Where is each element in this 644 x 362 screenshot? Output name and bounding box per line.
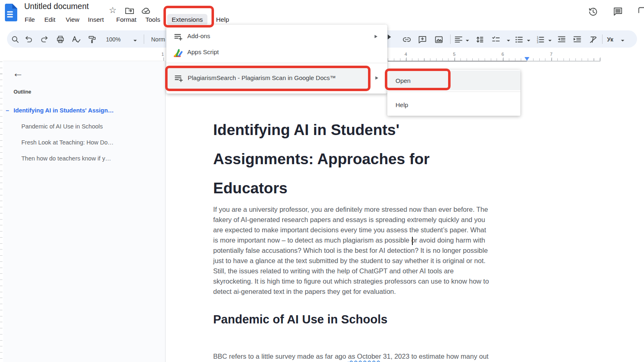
menu-edit[interactable]: Edit (44, 14, 56, 25)
page-left-edge (165, 61, 166, 362)
checklist-icon[interactable] (491, 34, 501, 44)
zoom-level[interactable]: 100% (106, 36, 121, 43)
menu-file[interactable]: File (24, 14, 36, 25)
input-tools-dropdown-icon[interactable] (621, 40, 624, 41)
playlist-add-icon (174, 73, 184, 83)
spellcheck-icon[interactable] (71, 34, 81, 44)
redo-icon[interactable] (39, 34, 49, 44)
playlist-add-icon (173, 32, 183, 42)
doc-heading-1: Identifying AI in Students' Assignments:… (213, 115, 538, 203)
outline-item-3[interactable]: Fresh Look at Teaching: How Do… (21, 139, 114, 146)
add-comment-icon[interactable] (417, 34, 427, 44)
vertical-ruler (0, 62, 2, 362)
menu-item-label: Apps Script (187, 48, 219, 55)
insert-link-icon[interactable] (402, 34, 412, 44)
outline-item-2[interactable]: Pandemic of AI Use in Schools (21, 123, 103, 130)
line-spacing-icon[interactable] (474, 34, 484, 44)
ruler-baseline-margin (527, 61, 600, 62)
print-icon[interactable] (55, 34, 65, 44)
align-left-icon[interactable] (453, 34, 463, 44)
paragraph-style-value[interactable]: Norm (151, 36, 165, 43)
apps-script-icon (173, 48, 184, 58)
outline-item-1[interactable]: Identifying AI in Students' Assign… (14, 107, 114, 114)
paint-format-icon[interactable] (87, 34, 97, 44)
cloud-status-icon[interactable] (141, 7, 152, 14)
ruler-label: 5 (453, 52, 455, 57)
outline-sidebar (3, 61, 165, 362)
menu-insert[interactable]: Insert (87, 14, 105, 25)
menu-item-label: Open (396, 77, 411, 84)
submenu-item-help[interactable]: Help (387, 95, 520, 115)
menu-item-apps-script[interactable]: Apps Script (166, 45, 387, 61)
numbered-list-dropdown-icon[interactable] (548, 40, 552, 41)
bulleted-list-dropdown-icon[interactable] (527, 40, 530, 41)
ruler-label: 7 (550, 52, 552, 57)
move-folder-icon[interactable] (125, 7, 134, 15)
ruler-label: 4 (405, 52, 407, 57)
last-line-text: BBC refers to a little survey made as fa… (213, 353, 348, 360)
menu-item-add-ons[interactable]: Add-ons (166, 29, 387, 45)
insert-image-icon[interactable] (434, 34, 444, 44)
outline-active-marker: – (6, 107, 9, 114)
menu-separator (387, 92, 520, 92)
google-docs-logo-icon[interactable] (4, 3, 18, 22)
search-icon[interactable] (10, 34, 20, 44)
plagiarismsearch-submenu: Open Help (387, 70, 520, 116)
numbered-list-icon[interactable]: 123 (535, 34, 545, 44)
decrease-indent-icon[interactable] (557, 34, 566, 44)
menu-item-plagiarismsearch[interactable]: PlagiarismSearch - Plagiarism Scan in Go… (167, 68, 371, 89)
doc-last-line: BBC refers to a little survey made as fa… (213, 353, 488, 360)
bulleted-list-icon[interactable] (514, 34, 524, 44)
ruler-label: 6 (501, 52, 504, 57)
menu-extensions[interactable]: Extensions (167, 14, 207, 25)
undo-icon[interactable] (24, 34, 34, 44)
clear-formatting-icon[interactable] (588, 34, 598, 44)
extensions-dropdown-menu: Add-ons Apps Script PlagiarismSearch - P… (166, 25, 387, 94)
zoom-dropdown-icon[interactable] (133, 40, 137, 41)
outline-item-4[interactable]: Then how do teachers know if y… (21, 155, 111, 162)
svg-text:3: 3 (536, 40, 538, 43)
comments-icon[interactable] (613, 7, 623, 17)
input-tools-button[interactable]: Ук (607, 36, 613, 43)
menu-separator (166, 63, 387, 63)
ruler-baseline-active (388, 61, 527, 62)
right-indent-marker[interactable] (524, 57, 529, 61)
menu-help[interactable]: Help (215, 14, 230, 25)
menu-format[interactable]: Format (115, 14, 137, 25)
submenu-arrow-icon (375, 35, 377, 38)
back-arrow-icon[interactable]: ← (12, 67, 23, 80)
toolbar-divider (144, 34, 144, 44)
menu-item-label: Help (396, 101, 408, 108)
version-history-icon[interactable] (588, 7, 598, 17)
last-line-text: 31, 2023 to estimate how many out (381, 353, 488, 360)
partially-hidden-toolbar-icon (388, 34, 391, 39)
meet-partial-icon[interactable] (638, 7, 644, 16)
menu-tools[interactable]: Tools (145, 14, 161, 25)
document-title[interactable]: Untitled document (24, 2, 89, 11)
ruler-label: 1 (161, 52, 164, 57)
align-dropdown-icon[interactable] (466, 40, 469, 41)
toolbar-divider (602, 34, 603, 44)
increase-indent-icon[interactable] (572, 34, 582, 44)
grammar-suggestion-text[interactable]: as October (348, 353, 381, 360)
doc-paragraph-1: If you are a university professor, you a… (213, 204, 542, 297)
outline-title: Outline (14, 89, 31, 95)
top-bar: Untitled document ☆ File Edit View Inser… (0, 0, 644, 25)
text-cursor (412, 237, 413, 245)
submenu-arrow-icon (375, 76, 378, 80)
menu-item-label: Add-ons (187, 32, 210, 39)
submenu-item-open[interactable]: Open (387, 71, 520, 90)
menu-item-label: PlagiarismSearch - Plagiarism Scan in Go… (188, 74, 336, 81)
doc-heading-2: Pandemic of AI Use in Schools (213, 313, 387, 326)
menu-view[interactable]: View (65, 14, 80, 25)
ruler-tick (163, 57, 164, 61)
toolbar-divider (450, 34, 451, 44)
checklist-dropdown-icon[interactable] (507, 40, 510, 41)
